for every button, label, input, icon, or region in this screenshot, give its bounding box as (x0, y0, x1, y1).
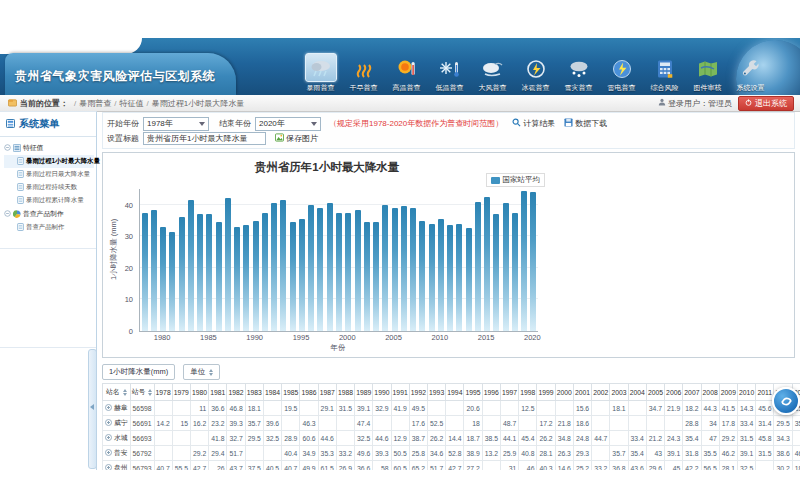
bar[interactable] (188, 200, 194, 331)
year-column-header: 1989 (355, 384, 373, 401)
floating-widget-button[interactable] (772, 387, 800, 415)
value-cell (482, 416, 500, 431)
sidebar-item[interactable]: 暴雨过程日最大降水量 (4, 168, 94, 181)
bar[interactable] (299, 219, 305, 331)
radio-icon[interactable] (105, 419, 112, 426)
name-column-header[interactable]: 站名 (103, 384, 131, 401)
radio-icon[interactable] (105, 404, 112, 411)
nav-item-drought[interactable]: 干旱普查 (342, 55, 385, 93)
bar[interactable] (206, 214, 212, 331)
table-filter-row: 1小时降水量(mm) 单位 (102, 364, 800, 380)
radio-icon[interactable] (105, 449, 112, 456)
breadcrumb-item[interactable]: 暴雨普查 (79, 99, 111, 108)
value-cell: 35.5 (701, 446, 719, 461)
bar[interactable] (503, 203, 509, 331)
nav-item-wind[interactable]: 大风普查 (471, 55, 514, 93)
bar[interactable] (179, 217, 185, 331)
year-column-header: 2005 (646, 384, 664, 401)
menu-icon (6, 119, 15, 130)
bar[interactable] (262, 213, 268, 331)
bar[interactable] (225, 198, 231, 331)
bar[interactable] (253, 221, 259, 331)
nav-item-risk[interactable]: 综合风险 (643, 55, 686, 93)
breadcrumb-item[interactable]: 特征值 (119, 99, 143, 108)
bar[interactable] (447, 225, 453, 331)
bar[interactable] (308, 205, 314, 331)
bar[interactable] (466, 228, 472, 331)
bar[interactable] (382, 205, 388, 331)
radio-icon[interactable] (105, 464, 112, 470)
start-year-select[interactable]: 1978年 (143, 117, 209, 131)
bar[interactable] (521, 191, 527, 331)
table-row: 赫章565981136.646.818.119.529.131.539.132.… (103, 401, 800, 416)
unit-filter[interactable]: 单位 (183, 364, 220, 380)
save-image-button[interactable]: 保存图片 (275, 133, 318, 144)
value-cell: 31.5 (738, 431, 756, 446)
nav-item-cold[interactable]: 低温普查 (428, 55, 471, 93)
bar[interactable] (345, 213, 351, 331)
chart-legend[interactable]: 国家站平均 (486, 173, 546, 187)
bar[interactable] (234, 227, 240, 331)
login-user: 登录用户：管理员 (658, 98, 732, 109)
bar[interactable] (401, 206, 407, 331)
sidebar-item[interactable]: 暴雨过程1小时最大降水量 (4, 155, 94, 168)
nav-item-map[interactable]: 图件审核 (686, 55, 729, 93)
value-cell (154, 401, 172, 416)
bar[interactable] (336, 213, 342, 331)
year-column-header: 1999 (537, 384, 555, 401)
bar[interactable] (327, 203, 333, 331)
bar[interactable] (169, 232, 175, 331)
bar[interactable] (392, 208, 398, 331)
bar[interactable] (197, 214, 203, 331)
value-cell (300, 401, 318, 416)
x-axis-labels: 198019851990199520002005201020152020 (139, 333, 537, 343)
calc-result-button[interactable]: 计算结果 (512, 118, 555, 129)
bar[interactable] (290, 222, 296, 331)
bar[interactable] (484, 197, 490, 331)
nav-item-hail[interactable]: 冰雹普查 (514, 55, 557, 93)
bar[interactable] (151, 210, 157, 331)
panel-splitter[interactable] (88, 349, 97, 469)
radio-icon[interactable] (105, 434, 112, 441)
breadcrumb-item[interactable]: 暴雨过程1小时最大降水量 (152, 99, 244, 108)
sidebar-item[interactable]: 暴雨过程持续天数 (4, 181, 94, 194)
end-year-select[interactable]: 2020年 (255, 117, 321, 131)
sidebar-item[interactable]: 暴雨过程累计降水量 (4, 194, 94, 207)
chart-title-input[interactable] (143, 132, 266, 145)
bar[interactable] (438, 219, 444, 331)
bar[interactable] (456, 224, 462, 331)
value-cell (482, 461, 500, 471)
bar[interactable] (142, 213, 148, 331)
bar[interactable] (373, 222, 379, 331)
bar[interactable] (280, 200, 286, 331)
bar[interactable] (243, 225, 249, 331)
bar[interactable] (493, 214, 499, 331)
bar[interactable] (419, 221, 425, 331)
value-cell: 26.3 (555, 446, 573, 461)
bar[interactable] (530, 192, 536, 331)
tree-group[interactable]: 普查产品制作 (4, 207, 94, 221)
nav-item-rainstorm[interactable]: 暴雨普查 (299, 53, 342, 93)
bar[interactable] (475, 202, 481, 331)
value-cell: 18.7 (464, 431, 482, 446)
bar[interactable] (512, 213, 518, 331)
nav-item-settings[interactable]: 系统设置 (729, 55, 772, 93)
tree-group[interactable]: 特征值 (4, 141, 94, 155)
bar[interactable] (317, 208, 323, 331)
bar[interactable] (160, 227, 166, 331)
bar[interactable] (410, 208, 416, 331)
logout-button[interactable]: 退出系统 (738, 96, 794, 111)
nav-item-lightning[interactable]: 雷电普查 (600, 55, 643, 93)
bar[interactable] (364, 222, 370, 331)
nav-item-snow[interactable]: 雪灾普查 (557, 55, 600, 93)
metric-filter[interactable]: 1小时降水量(mm) (102, 364, 175, 380)
value-cell: 36.6 (355, 461, 373, 471)
nav-item-heat[interactable]: 高温普查 (385, 55, 428, 93)
data-download-button[interactable]: 数据下载 (564, 118, 607, 129)
sidebar-item[interactable]: 普查产品制作 (4, 221, 94, 234)
bar[interactable] (429, 224, 435, 331)
id-column-header[interactable]: 站号 (130, 384, 154, 401)
bar[interactable] (271, 203, 277, 331)
bar[interactable] (216, 222, 222, 331)
bar[interactable] (355, 210, 361, 331)
